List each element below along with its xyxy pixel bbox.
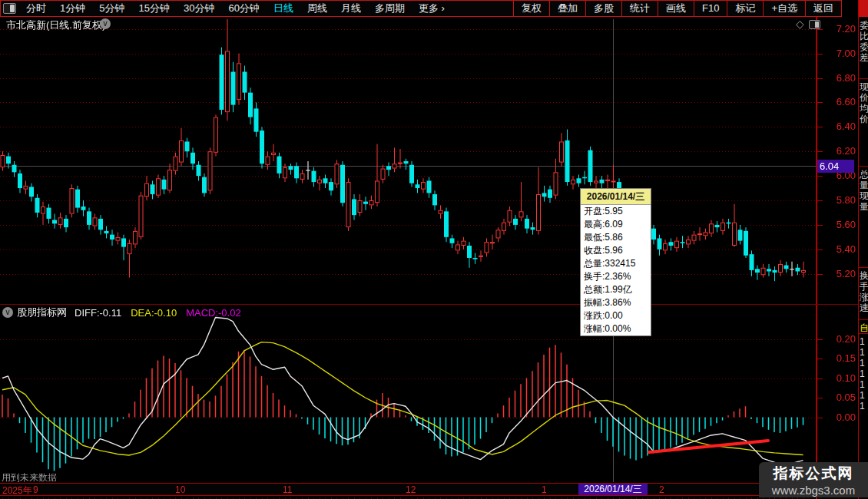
sidebar-char: 1 [860,358,868,368]
tab-period-60分钟[interactable]: 60分钟 [221,1,266,16]
sidebar-char: 比 [860,31,868,41]
tooltip-row: 振幅3.86% [581,296,651,309]
sidebar-divider [859,333,868,334]
tab-period-5分钟[interactable]: 5分钟 [92,1,131,16]
tooltip-row-value: 5.96 [605,245,622,256]
toolbar-button-返回[interactable]: 返回 [805,1,841,16]
price-axis-label: 5.40 [819,243,856,255]
price-axis-label: 6.40 [819,121,856,132]
macd-axis-label: 0.05 [819,392,856,403]
sidebar-char: 1 [860,379,868,390]
diff-value: DIFF:-0.11 [75,307,121,319]
tooltip-row: 开盘5.95 [581,205,651,218]
watermark: 指标公式网 www.zbgs3.com [759,462,868,497]
tab-period-1分钟[interactable]: 1分钟 [53,1,92,16]
tooltip-row-value: 0.00 [605,310,622,321]
sidebar-char: 1 [860,336,868,347]
tooltip-row-label: 开盘 [584,206,605,216]
macd-axis-label: 0.15 [819,352,856,364]
macd-axis-label: 0.10 [819,372,856,384]
sidebar-char: 涨 [860,292,868,302]
tab-period-月线[interactable]: 月线 [334,1,368,16]
toolbar-button-标记[interactable]: 标记 [727,1,763,16]
toolbar-button-F10[interactable]: F10 [694,1,727,16]
sidebar-divider [859,319,868,320]
macd-axis-label: 0.20 [819,333,856,345]
toolbar-button-画线[interactable]: 画线 [658,1,694,16]
tooltip-row-value: 5.86 [605,232,622,243]
toolbar-button-统计[interactable]: 统计 [621,1,658,16]
diamond-icon[interactable]: ◇ [796,18,804,30]
sidebar-char: 1 [860,368,868,379]
tab-period-更多 ›[interactable]: 更多 › [412,1,452,16]
watermark-url: www.zbgs3.com [759,484,868,497]
tooltip-row-value: 2.36% [605,271,631,282]
macd-value: MACD:-0.02 [186,307,241,319]
tooltip-row: 收盘5.96 [581,244,651,257]
sidebar-char: 1 [860,347,868,358]
sidebar-char: 换 [860,270,868,281]
sidebar-char: 价 [860,114,868,124]
sidebar-char: 差 [860,52,868,63]
month-label: 11 [283,484,292,495]
sidebar-char: 1 [860,390,868,401]
panel-toggle-icon[interactable] [3,3,16,14]
tooltip-row: 涨幅0.00% [581,322,651,335]
sidebar-text-fragment: 1111111 [860,336,868,411]
sidebar-divider [859,78,868,79]
year-label: 2025年 [2,484,32,497]
price-axis-label: 5.60 [819,219,856,230]
dea-value: DEA:-0.10 [131,307,177,319]
tooltip-row-label: 总额 [584,284,605,295]
tab-period-30分钟[interactable]: 30分钟 [177,1,221,16]
month-label: 2 [659,484,664,495]
indicator-header: ∨ 股朋指标网 DIFF:-0.11 DEA:-0.10 MACD:-0.02 [2,306,241,319]
tab-period-周线[interactable]: 周线 [300,1,334,16]
price-axis-label: 5.20 [819,268,856,279]
month-label: 12 [406,484,416,495]
sidebar-text-fragment: 现价均价 [860,81,868,124]
price-axis-label: 6.60 [819,96,856,107]
toolbar-button-+自选[interactable]: +自选 [763,1,805,16]
tooltip-row-label: 收盘 [584,245,605,256]
price-axis-label: 7.00 [819,48,856,59]
tooltip-row-label: 总量 [584,258,605,269]
price-axis-label: 7.20 [819,23,856,35]
tooltip-row: 涨跌0.00 [581,309,651,322]
chevron-down-icon[interactable]: ∨ [2,307,13,318]
price-axis-label: 5.80 [819,194,856,206]
period-menu: 分时1分钟5分钟15分钟30分钟60分钟日线周线月线多周期更多 › [1,1,452,16]
page-title: 市北高新(日线.前复权) [6,18,105,32]
tooltip-row-value: 1.99亿 [605,284,631,295]
chevron-down-icon[interactable]: ∨ [100,18,111,29]
sidebar-text-fragment: 换手涨速 [860,270,868,313]
crosshair-date-badge: 2026/01/14/三 [578,484,648,495]
sidebar-char: 均 [860,103,868,114]
tab-period-15分钟[interactable]: 15分钟 [131,1,176,16]
tooltip-date: 2026/01/14/三 [581,189,651,205]
tooltip-row: 总量332415 [581,257,651,270]
toolbar-button-多股[interactable]: 多股 [585,1,621,16]
stock-chart-canvas[interactable] [0,0,868,499]
sidebar-char: 1 [860,401,868,411]
quote-sidebar-clipped[interactable]: 委比委差现价均价总量现量换手涨速自1111111 [858,0,868,499]
sidebar-button-fragment[interactable] [859,0,868,17]
toolbar-button-复权[interactable]: 复权 [513,1,549,16]
title-row: 市北高新(日线.前复权) ∨ ◇ [0,18,814,31]
crosshair-price-badge: 6.04 [817,160,854,173]
top-toolbar: 分时1分钟5分钟15分钟30分钟60分钟日线周线月线多周期更多 › 复权叠加多股… [0,0,842,17]
sidebar-char: 现 [860,81,868,92]
ohlc-tooltip: 2026/01/14/三 开盘5.95最高6.09最低5.86收盘5.96总量3… [580,188,651,336]
indicator-name[interactable]: 股朋指标网 [17,306,67,319]
sidebar-char: 现 [860,190,868,201]
tab-period-分时[interactable]: 分时 [19,1,53,16]
macd-axis-label: 0.00 [819,411,856,423]
tab-period-多周期[interactable]: 多周期 [368,1,412,16]
tab-period-日线[interactable]: 日线 [267,1,300,16]
tooltip-row: 最高6.09 [581,218,651,231]
sidebar-char: 速 [860,302,868,313]
sidebar-text-fragment: 自 [860,322,868,333]
toolbar-button-叠加[interactable]: 叠加 [549,1,585,16]
tooltip-row: 最低5.86 [581,231,651,244]
tooltip-row-label: 振幅 [584,297,605,308]
